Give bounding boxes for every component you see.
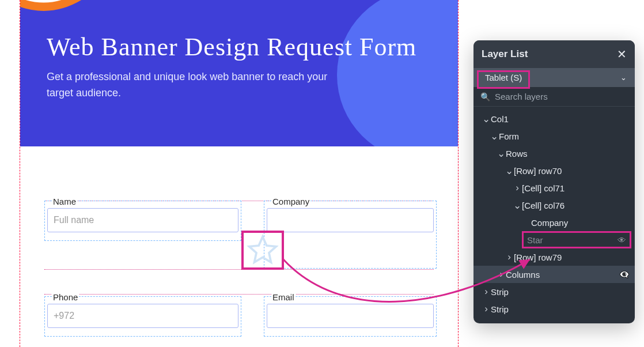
cell-name[interactable]: Name <box>44 201 241 241</box>
tree-item-form[interactable]: ⌄Form <box>473 127 635 145</box>
tree-item-col1[interactable]: ⌄Col1 <box>473 110 635 127</box>
name-input[interactable] <box>47 208 238 232</box>
star-element-highlight[interactable] <box>241 231 284 270</box>
cell-phone[interactable]: Phone <box>44 296 241 337</box>
hero-swoosh-decoration <box>20 0 153 35</box>
star-icon <box>247 234 279 266</box>
close-icon[interactable]: ✕ <box>617 47 627 61</box>
layer-list-panel: Layer List ✕ Tablet (S) ⌄ 🔍 ⌄Col1 ⌄Form … <box>473 40 635 323</box>
panel-title: Layer List <box>482 48 528 60</box>
cell-company[interactable]: Company <box>264 201 437 269</box>
tree-item-strip-1[interactable]: ›Strip <box>473 283 635 300</box>
page-title: Web Banner Design Request Form <box>47 32 416 62</box>
search-icon: 🔍 <box>480 92 490 101</box>
tree-item-star-label: Star <box>527 235 543 245</box>
tree-item-col76[interactable]: ⌄[Cell] col76 <box>473 197 635 214</box>
chevron-down-icon: ⌄ <box>620 73 627 82</box>
tree-item-rows[interactable]: ⌄Rows <box>473 145 635 162</box>
editor-canvas: Web Banner Design Request Form Get a pro… <box>20 0 459 347</box>
email-input[interactable] <box>267 304 434 328</box>
tree-item-row70[interactable]: ⌄[Row] row70 <box>473 162 635 179</box>
layer-tree: ⌄Col1 ⌄Form ⌄Rows ⌄[Row] row70 ›[Cell] c… <box>473 107 635 323</box>
search-input[interactable] <box>495 92 628 101</box>
tree-item-row79[interactable]: ›[Row] row79 <box>473 248 635 266</box>
email-label: Email <box>271 292 296 302</box>
tree-item-columns[interactable]: ›Columns👁‍🗨 <box>473 266 635 283</box>
visibility-off-icon[interactable]: 👁‍🗨 <box>619 270 629 279</box>
panel-header: Layer List ✕ <box>473 40 635 68</box>
cell-email[interactable]: Email <box>264 296 437 337</box>
form-area: Name Company Phone Email <box>20 146 458 347</box>
device-selector[interactable]: Tablet (S) ⌄ <box>473 68 635 87</box>
phone-input[interactable] <box>47 304 238 328</box>
tree-item-star[interactable]: Star 👁 <box>522 231 631 248</box>
company-input[interactable] <box>267 208 434 232</box>
visibility-icon[interactable]: 👁 <box>618 235 626 245</box>
phone-label: Phone <box>52 292 79 302</box>
tree-item-col71[interactable]: ›[Cell] col71 <box>473 179 635 197</box>
company-label: Company <box>271 197 310 206</box>
tree-item-company[interactable]: Company <box>473 214 635 231</box>
page-subtitle: Get a professional and unique look web b… <box>47 69 346 101</box>
hero-strip: Web Banner Design Request Form Get a pro… <box>20 0 458 146</box>
name-label: Name <box>52 197 77 206</box>
device-label: Tablet (S) <box>482 73 522 82</box>
tree-item-strip-2[interactable]: ›Strip <box>473 300 635 318</box>
search-row: 🔍 <box>473 87 635 107</box>
hero-circle-decoration <box>337 0 458 146</box>
